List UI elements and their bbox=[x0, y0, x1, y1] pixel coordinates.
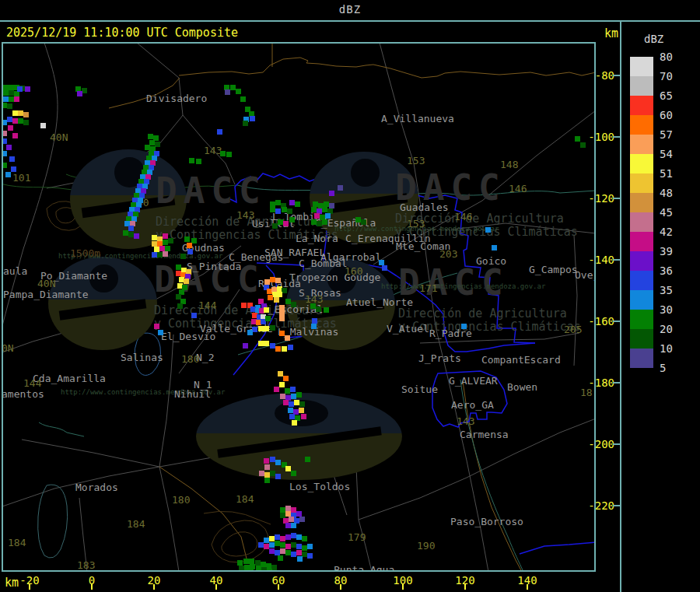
radar-cell bbox=[236, 89, 241, 94]
radar-cell bbox=[311, 219, 317, 225]
radar-cell bbox=[282, 207, 287, 212]
radar-cell bbox=[243, 570, 248, 572]
radar-cell bbox=[302, 552, 307, 557]
legend-swatch bbox=[630, 310, 653, 329]
legend-swatch bbox=[630, 115, 653, 135]
radar-cell bbox=[269, 536, 275, 541]
radar-cell bbox=[322, 219, 327, 225]
radar-cell bbox=[157, 252, 163, 257]
radar-cell bbox=[163, 240, 168, 245]
radar-cell bbox=[237, 571, 243, 572]
right-axis-tick-label: -120 bbox=[585, 193, 614, 204]
right-axis-tick bbox=[613, 505, 620, 506]
radar-cell bbox=[128, 232, 134, 237]
radar-cell bbox=[279, 382, 285, 387]
radar-cell bbox=[280, 394, 285, 399]
radar-cell bbox=[187, 243, 192, 248]
radar-cell bbox=[485, 227, 491, 233]
radar-cell bbox=[252, 327, 257, 332]
radar-cell bbox=[237, 560, 243, 566]
radar-cell bbox=[250, 564, 255, 569]
legend-swatch bbox=[630, 57, 653, 76]
radar-cell bbox=[313, 201, 318, 207]
radar-cell bbox=[241, 303, 247, 308]
radar-cell bbox=[280, 513, 285, 518]
radar-cell bbox=[264, 458, 269, 464]
radar-cell bbox=[314, 213, 320, 219]
radar-cell bbox=[291, 552, 296, 557]
radar-cell bbox=[264, 538, 269, 543]
radar-cell bbox=[7, 103, 12, 109]
radar-cell bbox=[220, 151, 226, 156]
legend-value: 65 bbox=[660, 90, 673, 101]
radar-cell bbox=[275, 474, 281, 479]
legend-value: 36 bbox=[660, 265, 673, 276]
radar-cell bbox=[275, 278, 281, 283]
radar-cell bbox=[317, 221, 322, 226]
radar-cell bbox=[77, 91, 82, 96]
radar-cell bbox=[290, 387, 296, 392]
radar-cell bbox=[154, 324, 159, 329]
radar-app-window: { "title": "dBZ", "header": { "datetime"… bbox=[0, 0, 700, 592]
legend-value: 70 bbox=[660, 71, 673, 82]
radar-cell bbox=[14, 96, 19, 102]
radar-cell bbox=[299, 517, 305, 522]
radar-cell bbox=[40, 123, 46, 128]
radar-cell bbox=[301, 414, 306, 419]
radar-cell bbox=[278, 555, 283, 561]
bottom-axis-tick bbox=[278, 584, 279, 590]
legend-swatch bbox=[630, 173, 653, 193]
radar-cell bbox=[291, 302, 296, 307]
radar-cell bbox=[155, 142, 160, 147]
bottom-axis-tick bbox=[527, 584, 528, 590]
right-axis-tick-label: -80 bbox=[585, 70, 614, 81]
radar-cell bbox=[2, 103, 7, 108]
radar-cell bbox=[258, 326, 264, 331]
radar-cell bbox=[270, 343, 275, 349]
radar-cell bbox=[255, 560, 261, 566]
radar-cell bbox=[307, 553, 313, 559]
radar-cell bbox=[12, 110, 18, 116]
radar-cell bbox=[289, 217, 295, 222]
radar-cell bbox=[14, 91, 19, 96]
radar-cell bbox=[296, 550, 302, 555]
radar-cell bbox=[248, 569, 254, 572]
radar-cell bbox=[305, 457, 310, 462]
radar-cell bbox=[291, 542, 296, 548]
legend-value: 42 bbox=[660, 226, 673, 237]
radar-cell bbox=[302, 536, 307, 541]
radar-cell bbox=[152, 235, 157, 240]
radar-cell bbox=[285, 506, 291, 511]
radar-cell bbox=[254, 571, 259, 572]
radar-cell bbox=[12, 133, 18, 138]
radar-cell bbox=[154, 247, 159, 252]
legend-value: 45 bbox=[660, 207, 673, 218]
radar-cell bbox=[275, 346, 281, 352]
radar-cell bbox=[9, 96, 14, 102]
radar-cell bbox=[2, 120, 7, 125]
radar-cell bbox=[269, 542, 275, 548]
radar-cell bbox=[285, 388, 290, 394]
radar-cell bbox=[189, 158, 194, 163]
radar-cell bbox=[5, 172, 11, 177]
radar-cell bbox=[256, 566, 261, 571]
radar-cell bbox=[277, 292, 282, 297]
radar-cell bbox=[264, 478, 270, 483]
radar-cell bbox=[261, 567, 267, 572]
radar-cell bbox=[275, 541, 280, 546]
radar-cell bbox=[311, 207, 317, 212]
radar-cell bbox=[184, 278, 189, 284]
radar-cell bbox=[299, 408, 304, 413]
radar-cell bbox=[289, 401, 294, 407]
radar-cell bbox=[264, 544, 269, 549]
legend-value: 48 bbox=[660, 187, 673, 198]
radar-cell bbox=[266, 563, 271, 569]
right-axis-tick bbox=[613, 75, 620, 76]
radar-cell bbox=[282, 346, 287, 352]
legend-title: dBZ bbox=[644, 33, 663, 45]
radar-cell bbox=[296, 544, 302, 549]
radar-cell bbox=[275, 534, 280, 540]
radar-cell bbox=[243, 559, 249, 564]
radar-cell bbox=[278, 371, 283, 377]
radar-cell bbox=[280, 536, 285, 541]
